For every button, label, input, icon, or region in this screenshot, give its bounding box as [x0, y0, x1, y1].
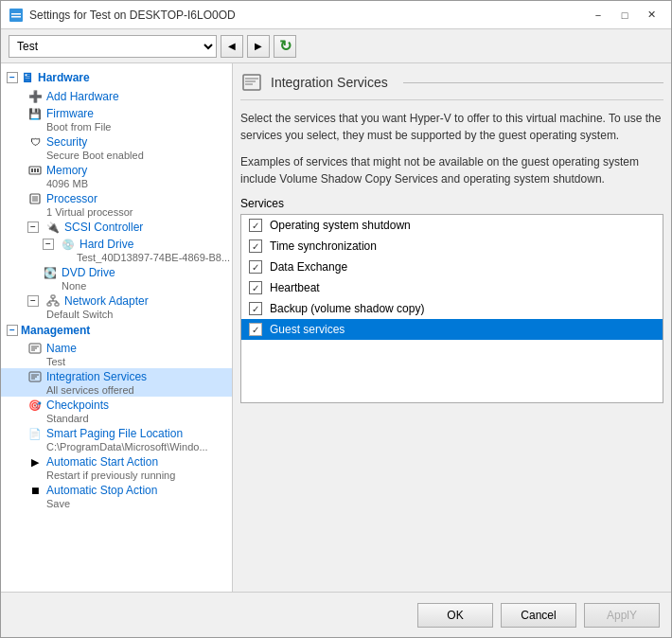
scsi-label: SCSI Controller [64, 221, 143, 234]
sidebar-item-firmware[interactable]: 💾 Firmware Boot from File [1, 105, 232, 133]
back-button[interactable]: ◀ [221, 35, 243, 58]
smart-paging-sublabel: C:\ProgramData\Microsoft\Windo... [27, 441, 232, 452]
sidebar: − 🖥 Hardware ➕ Add Hardware 💾 Firmware B… [1, 63, 233, 592]
services-label: Services [240, 197, 663, 210]
svg-rect-6 [37, 168, 39, 172]
backup-checkbox[interactable]: ✓ [249, 302, 262, 315]
data-exchange-label: Data Exchange [270, 260, 347, 274]
dvd-icon: 💽 [43, 265, 58, 280]
close-button[interactable]: ✕ [639, 5, 663, 26]
sidebar-item-name[interactable]: Name Test [1, 340, 232, 368]
panel-header: Integration Services [240, 71, 663, 100]
sidebar-item-scsi[interactable]: − 🔌 SCSI Controller [1, 219, 232, 236]
sidebar-item-dvd-drive[interactable]: 💽 DVD Drive None [1, 264, 232, 292]
service-item-time-sync[interactable]: ✓ Time synchronization [241, 236, 663, 257]
name-label: Name [46, 342, 77, 355]
sidebar-item-auto-start[interactable]: ▶ Automatic Start Action Restart if prev… [1, 453, 232, 482]
security-icon: 🛡 [27, 134, 43, 150]
auto-stop-icon: ⏹ [27, 483, 43, 498]
svg-rect-8 [32, 196, 38, 202]
ok-button[interactable]: OK [417, 603, 493, 628]
smart-paging-label: Smart Paging File Location [46, 427, 183, 440]
svg-rect-10 [47, 303, 51, 306]
management-section-header[interactable]: − Management [1, 321, 232, 340]
integration-services-sublabel: All services offered [27, 384, 232, 396]
svg-rect-0 [9, 9, 23, 22]
add-hardware-label: Add Hardware [46, 90, 119, 103]
bottom-bar: OK Cancel ApplY [1, 592, 671, 637]
svg-rect-11 [55, 303, 59, 306]
time-sync-checkbox[interactable]: ✓ [249, 239, 262, 253]
panel-title: Integration Services [271, 75, 388, 90]
cancel-button[interactable]: Cancel [501, 603, 576, 628]
vm-selector[interactable]: Test [9, 35, 217, 58]
services-list: ✓ Operating system shutdown ✓ Time synch… [240, 214, 663, 403]
os-shutdown-label: Operating system shutdown [270, 219, 411, 232]
minimize-button[interactable]: − [586, 5, 610, 26]
processor-sublabel: 1 Virtual processor [27, 206, 232, 218]
sidebar-item-hard-drive[interactable]: − 💿 Hard Drive Test_40D13897-74BE-4869-B… [1, 236, 232, 264]
main-content: − 🖥 Hardware ➕ Add Hardware 💾 Firmware B… [1, 63, 671, 592]
service-item-guest-services[interactable]: ✓ Guest services [241, 319, 663, 340]
os-shutdown-checkbox[interactable]: ✓ [249, 219, 262, 232]
name-sublabel: Test [27, 356, 232, 367]
scsi-expand-icon[interactable]: − [27, 222, 39, 233]
management-section-label: Management [21, 324, 90, 337]
auto-stop-sublabel: Save [27, 498, 232, 509]
sidebar-item-security[interactable]: 🛡 Security Secure Boot enabled [1, 133, 232, 162]
apply-button[interactable]: ApplY [584, 603, 660, 628]
memory-sublabel: 4096 MB [27, 178, 232, 189]
network-sublabel: Default Switch [27, 309, 232, 320]
heartbeat-checkbox[interactable]: ✓ [249, 281, 262, 294]
sidebar-item-checkpoints[interactable]: 🎯 Checkpoints Standard [1, 397, 232, 425]
window-title: Settings for Test on DESKTOP-I6LO0OD [29, 9, 236, 22]
service-item-backup[interactable]: ✓ Backup (volume shadow copy) [241, 298, 663, 319]
guest-services-label: Guest services [270, 323, 345, 336]
sidebar-item-memory[interactable]: Memory 4096 MB [1, 162, 232, 190]
integration-services-label: Integration Services [46, 370, 147, 383]
dvd-label: DVD Drive [62, 266, 115, 279]
management-expand-icon[interactable]: − [7, 325, 18, 336]
sidebar-item-network[interactable]: − Network Adapter Default Switch [1, 292, 232, 321]
sidebar-item-processor[interactable]: Processor 1 Virtual processor [1, 190, 232, 219]
service-item-data-exchange[interactable]: ✓ Data Exchange [241, 257, 663, 277]
name-icon [27, 341, 43, 356]
panel-divider [403, 82, 663, 83]
svg-rect-2 [11, 16, 21, 18]
hardware-section-header[interactable]: − 🖥 Hardware [1, 67, 232, 88]
firmware-label: Firmware [46, 107, 94, 120]
svg-rect-9 [51, 295, 55, 298]
settings-window: Settings for Test on DESKTOP-I6LO0OD − □… [0, 0, 672, 638]
add-hardware-icon: ➕ [27, 89, 43, 104]
sidebar-item-smart-paging[interactable]: 📄 Smart Paging File Location C:\ProgramD… [1, 425, 232, 453]
toolbar: Test ◀ ▶ ↻ [1, 29, 671, 63]
auto-start-label: Automatic Start Action [46, 455, 158, 469]
svg-rect-4 [31, 168, 33, 172]
sidebar-item-add-hardware[interactable]: ➕ Add Hardware [1, 88, 232, 105]
window-icon [9, 8, 24, 23]
network-expand-icon[interactable]: − [27, 295, 39, 307]
forward-button[interactable]: ▶ [247, 35, 270, 58]
sidebar-item-auto-stop[interactable]: ⏹ Automatic Stop Action Save [1, 482, 232, 510]
auto-stop-label: Automatic Stop Action [46, 484, 157, 497]
hardware-expand-icon[interactable]: − [7, 72, 18, 83]
data-exchange-checkbox[interactable]: ✓ [249, 260, 262, 274]
guest-services-checkbox[interactable]: ✓ [249, 323, 262, 336]
sidebar-item-integration-services[interactable]: Integration Services All services offere… [1, 368, 232, 397]
title-bar: Settings for Test on DESKTOP-I6LO0OD − □… [1, 1, 671, 29]
service-item-heartbeat[interactable]: ✓ Heartbeat [241, 277, 663, 298]
refresh-button[interactable]: ↻ [274, 35, 296, 58]
svg-rect-1 [11, 13, 21, 15]
service-item-os-shutdown[interactable]: ✓ Operating system shutdown [241, 215, 663, 236]
hard-drive-expand-icon[interactable]: − [43, 239, 54, 250]
maximize-button[interactable]: □ [612, 5, 637, 26]
panel-header-icon [240, 71, 263, 94]
scsi-icon: 🔌 [45, 220, 61, 235]
hardware-section-label: Hardware [38, 71, 90, 84]
firmware-icon: 💾 [27, 106, 43, 121]
integration-icon [27, 369, 43, 384]
security-sublabel: Secure Boot enabled [27, 150, 232, 161]
memory-label: Memory [46, 164, 87, 177]
svg-rect-5 [34, 168, 36, 172]
checkpoints-sublabel: Standard [27, 413, 232, 424]
